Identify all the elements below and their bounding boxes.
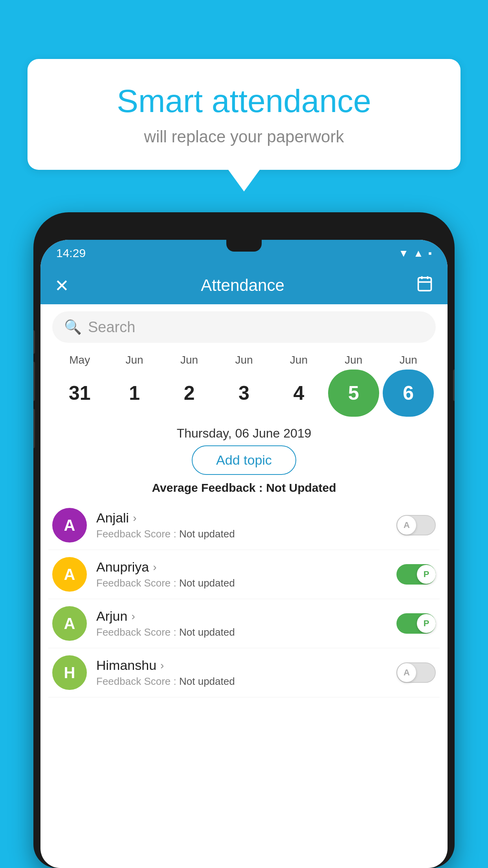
student-feedback-arjun: Feedback Score : Not updated [96, 626, 396, 638]
student-avatar-arjun: A [52, 606, 87, 641]
add-topic-button[interactable]: Add topic [192, 445, 296, 475]
cal-day-6[interactable]: 6 [383, 370, 434, 417]
toggle-knob-anjali: A [397, 516, 416, 535]
chevron-icon: › [133, 512, 136, 524]
phone-frame: 14:29 ▼ ▲ ▪ ✕ Attendance 🔍 Se [33, 212, 455, 868]
student-avatar-anjali: A [52, 508, 87, 542]
student-item-anjali[interactable]: A Anjali › Feedback Score : Not updated … [48, 501, 440, 550]
student-avatar-himanshu: H [52, 655, 87, 690]
attendance-toggle-anupriya[interactable]: P [396, 564, 436, 585]
toggle-knob-arjun: P [417, 614, 436, 633]
speech-bubble-container: Smart attendance will replace your paper… [28, 59, 460, 191]
attendance-toggle-arjun[interactable]: P [396, 613, 436, 634]
cal-month-1: Jun [109, 354, 160, 366]
cal-month-0: May [54, 354, 105, 366]
cal-month-6: Jun [383, 354, 434, 366]
svg-rect-0 [418, 278, 431, 291]
feedback-avg-label: Average Feedback : [152, 481, 266, 494]
calendar-days-row: 31 1 2 3 4 5 6 [48, 366, 440, 420]
student-info-himanshu: Himanshu › Feedback Score : Not updated [96, 658, 396, 688]
speech-bubble-title: Smart attendance [55, 83, 433, 120]
toggle-knob-himanshu: A [397, 663, 416, 682]
cal-month-3: Jun [218, 354, 270, 366]
search-bar[interactable]: 🔍 Search [52, 311, 436, 343]
feedback-avg-value: Not Updated [266, 481, 336, 494]
battery-icon: ▪ [428, 247, 432, 259]
student-list: A Anjali › Feedback Score : Not updated … [40, 501, 448, 697]
student-info-anjali: Anjali › Feedback Score : Not updated [96, 510, 396, 540]
student-item-anupriya[interactable]: A Anupriya › Feedback Score : Not update… [48, 550, 440, 599]
student-name-himanshu: Himanshu › [96, 658, 396, 673]
wifi-icon: ▼ [398, 247, 409, 259]
calendar-icon[interactable] [416, 275, 433, 296]
student-name-anjali: Anjali › [96, 510, 396, 526]
silent-button [33, 409, 35, 448]
cal-day-3[interactable]: 3 [218, 370, 270, 417]
student-name-anupriya: Anupriya › [96, 559, 396, 575]
selected-date-label: Thursday, 06 June 2019 [40, 426, 448, 441]
phone-screen: 14:29 ▼ ▲ ▪ ✕ Attendance 🔍 Se [40, 240, 448, 868]
student-item-himanshu[interactable]: H Himanshu › Feedback Score : Not update… [48, 648, 440, 697]
speech-bubble-tail [228, 170, 260, 191]
cal-day-2[interactable]: 2 [164, 370, 215, 417]
app-bar: ✕ Attendance [40, 267, 448, 304]
cal-day-0[interactable]: 31 [54, 370, 105, 417]
student-info-arjun: Arjun › Feedback Score : Not updated [96, 609, 396, 638]
volume-down-button [33, 362, 35, 401]
cal-day-5[interactable]: 5 [328, 370, 379, 417]
student-feedback-himanshu: Feedback Score : Not updated [96, 675, 396, 688]
chevron-icon: › [160, 659, 164, 672]
calendar-months-row: May Jun Jun Jun Jun Jun Jun [48, 354, 440, 366]
student-feedback-anupriya: Feedback Score : Not updated [96, 577, 396, 589]
attendance-toggle-himanshu[interactable]: A [396, 662, 436, 683]
volume-up-button [33, 330, 35, 354]
status-time: 14:29 [56, 246, 86, 260]
close-icon[interactable]: ✕ [55, 276, 69, 296]
chevron-icon: › [153, 561, 156, 574]
cal-month-4: Jun [273, 354, 324, 366]
attendance-toggle-anjali[interactable]: A [396, 515, 436, 535]
speech-bubble: Smart attendance will replace your paper… [28, 59, 460, 170]
cal-day-1[interactable]: 1 [109, 370, 160, 417]
student-feedback-anjali: Feedback Score : Not updated [96, 528, 396, 540]
student-avatar-anupriya: A [52, 557, 87, 592]
app-bar-title: Attendance [201, 276, 284, 295]
speech-bubble-subtitle: will replace your paperwork [55, 127, 433, 146]
cal-month-2: Jun [164, 354, 215, 366]
signal-icon: ▲ [413, 247, 424, 259]
notch [226, 240, 262, 252]
average-feedback: Average Feedback : Not Updated [40, 481, 448, 495]
search-input[interactable]: Search [88, 319, 424, 336]
power-button [453, 370, 455, 401]
chevron-icon: › [131, 610, 135, 623]
student-info-anupriya: Anupriya › Feedback Score : Not updated [96, 559, 396, 589]
search-icon: 🔍 [64, 319, 82, 335]
student-item-arjun[interactable]: A Arjun › Feedback Score : Not updated P [48, 599, 440, 648]
cal-day-4[interactable]: 4 [273, 370, 324, 417]
status-icons: ▼ ▲ ▪ [398, 247, 432, 259]
calendar-strip: May Jun Jun Jun Jun Jun Jun 31 1 2 3 4 5… [40, 350, 448, 420]
student-name-arjun: Arjun › [96, 609, 396, 624]
cal-month-5: Jun [328, 354, 379, 366]
toggle-knob-anupriya: P [417, 565, 436, 584]
